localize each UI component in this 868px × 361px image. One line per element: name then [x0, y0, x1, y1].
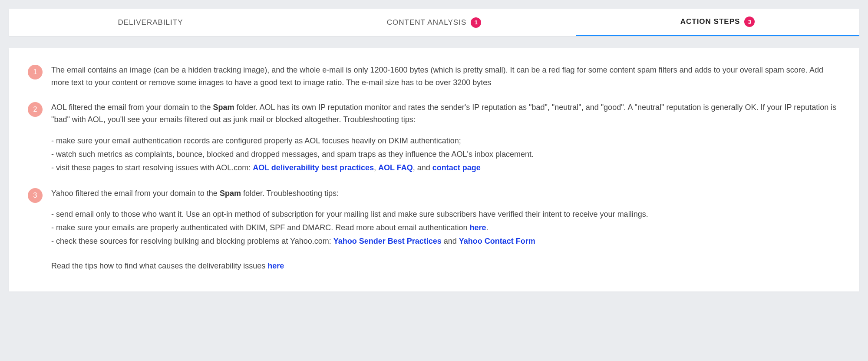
step-sub-line: - check these sources for resolving bulk… [51, 235, 840, 248]
step-sub-link[interactable]: AOL FAQ [378, 163, 413, 172]
step-sub-line: - send email only to those who want it. … [51, 208, 840, 221]
footer-link[interactable]: here [267, 262, 284, 270]
step-sub-link[interactable]: here [469, 223, 486, 232]
step-number-badge: 1 [28, 65, 43, 79]
step-row: 1The email contains an image (can be a h… [28, 64, 840, 89]
tab-label: ACTION STEPS [680, 17, 740, 26]
step-sub-line: - make sure your email authentication re… [51, 135, 840, 147]
step-row: 3Yahoo filtered the email from your doma… [28, 187, 840, 248]
step-sub-text: , and [413, 163, 432, 172]
tab-action-steps[interactable]: ACTION STEPS3 [576, 9, 859, 36]
step-intro: The email contains an image (can be a hi… [51, 64, 840, 89]
tab-label: DELIVERABILITY [118, 18, 183, 27]
step-intro-text: folder. Troubleshooting tips: [241, 189, 339, 198]
tab-badge: 1 [471, 17, 481, 28]
step-intro-text: Yahoo filtered the email from your domai… [51, 189, 220, 198]
step-sub-list: - send email only to those who want it. … [51, 208, 840, 247]
step-sub-link[interactable]: Yahoo Sender Best Practices [333, 237, 442, 245]
step-intro-text: AOL filtered the email from your domain … [51, 103, 213, 112]
tab-deliverability[interactable]: DELIVERABILITY [9, 9, 292, 36]
step-sub-line: - make sure your emails are properly aut… [51, 222, 840, 234]
step-sub-link[interactable]: contact page [432, 163, 481, 172]
step-sub-text: - check these sources for resolving bulk… [51, 237, 333, 245]
step-sub-link[interactable]: Yahoo Contact Form [459, 237, 535, 245]
step-number-badge: 3 [28, 188, 43, 203]
steps-list: 1The email contains an image (can be a h… [28, 64, 840, 248]
action-steps-panel: 1The email contains an image (can be a h… [9, 48, 859, 291]
step-intro-bold: Spam [220, 189, 241, 198]
tab-badge: 3 [744, 17, 755, 27]
step-intro-text: The email contains an image (can be a hi… [51, 66, 823, 87]
step-row: 2AOL filtered the email from your domain… [28, 101, 840, 175]
step-number-badge: 2 [28, 102, 43, 117]
step-intro: Yahoo filtered the email from your domai… [51, 187, 840, 200]
step-sub-text: - make sure your email authentication re… [51, 136, 461, 145]
tab-content-analysis[interactable]: CONTENT ANALYSIS1 [292, 9, 576, 36]
step-sub-text: - make sure your emails are properly aut… [51, 223, 469, 232]
step-sub-text: , [374, 163, 378, 172]
step-sub-text: . [486, 223, 488, 232]
step-body: The email contains an image (can be a hi… [51, 64, 840, 89]
step-sub-text: - send email only to those who want it. … [51, 210, 648, 219]
step-intro-bold: Spam [213, 103, 234, 112]
footer-tip: Read the tips how to find what causes th… [28, 260, 840, 272]
tabs-container: DELIVERABILITYCONTENT ANALYSIS1ACTION ST… [9, 9, 859, 36]
step-sub-line: - watch such metrics as complaints, boun… [51, 148, 840, 161]
step-sub-line: - visit these pages to start resolving i… [51, 162, 840, 174]
step-body: Yahoo filtered the email from your domai… [51, 187, 840, 248]
step-sub-text: and [442, 237, 459, 245]
step-intro: AOL filtered the email from your domain … [51, 101, 840, 126]
step-body: AOL filtered the email from your domain … [51, 101, 840, 175]
footer-text: Read the tips how to find what causes th… [51, 262, 267, 270]
tab-label: CONTENT ANALYSIS [387, 18, 467, 27]
step-sub-link[interactable]: AOL deliverability best practices [253, 163, 374, 172]
footer-tip-text: Read the tips how to find what causes th… [51, 260, 840, 272]
step-sub-text: - visit these pages to start resolving i… [51, 163, 253, 172]
step-sub-text: - watch such metrics as complaints, boun… [51, 150, 534, 159]
step-sub-list: - make sure your email authentication re… [51, 135, 840, 174]
